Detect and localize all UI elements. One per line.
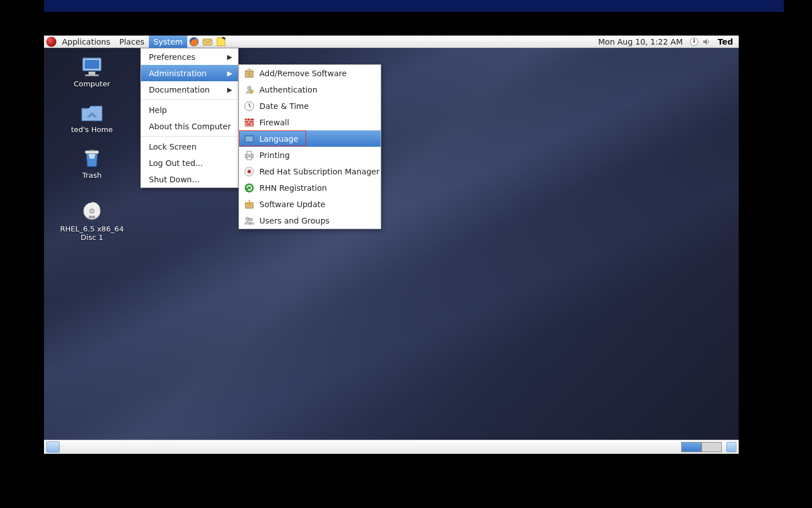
svg-rect-8 bbox=[89, 72, 95, 75]
menu-item-label: Software Update bbox=[259, 200, 325, 209]
svg-point-26 bbox=[245, 183, 254, 192]
menu-item-firewall[interactable]: Firewall bbox=[239, 114, 381, 130]
svg-rect-1 bbox=[203, 39, 212, 45]
firewall-icon bbox=[244, 117, 255, 128]
menu-item-rhn[interactable]: RHN Registration bbox=[239, 179, 381, 196]
desktop[interactable]: Applications Places System Mon Aug 10, 1… bbox=[44, 36, 739, 454]
menu-item-date-time[interactable]: Date & Time bbox=[239, 98, 381, 114]
menu-item-label: Shut Down... bbox=[149, 175, 200, 184]
menu-applications[interactable]: Applications bbox=[58, 36, 115, 48]
package-icon bbox=[244, 68, 255, 79]
menu-item-users-groups[interactable]: Users and Groups bbox=[239, 212, 381, 229]
icon-label: Computer bbox=[74, 80, 111, 88]
workspace-switcher[interactable] bbox=[681, 442, 722, 452]
computer-icon bbox=[80, 56, 104, 77]
menu-places[interactable]: Places bbox=[115, 36, 149, 48]
menu-item-label: Firewall bbox=[259, 118, 289, 127]
update-icon bbox=[244, 199, 255, 210]
submenu-arrow-icon: ▶ bbox=[216, 53, 232, 61]
cpu-monitor-icon[interactable] bbox=[690, 37, 699, 46]
icon-label: ted's Home bbox=[71, 125, 113, 134]
menu-item-label: Add/Remove Software bbox=[259, 69, 347, 78]
desktop-icon-computer[interactable]: Computer bbox=[55, 56, 129, 88]
trash-applet-icon[interactable] bbox=[726, 442, 736, 452]
menu-label: System bbox=[153, 37, 183, 46]
menu-item-about[interactable]: About this Computer bbox=[141, 118, 238, 134]
menu-item-printing[interactable]: Printing bbox=[239, 147, 381, 163]
menu-item-lock-screen[interactable]: Lock Screen bbox=[141, 138, 238, 155]
svg-rect-9 bbox=[85, 75, 99, 76]
printer-icon bbox=[244, 150, 255, 161]
users-icon bbox=[244, 215, 255, 226]
language-icon bbox=[244, 133, 255, 144]
menu-item-label: Log Out ted... bbox=[149, 159, 203, 168]
rhsm-icon bbox=[244, 166, 255, 177]
menu-item-label: Printing bbox=[259, 151, 290, 160]
svg-point-28 bbox=[246, 217, 249, 221]
show-desktop-button[interactable] bbox=[46, 441, 60, 453]
submenu-arrow-icon: ▶ bbox=[216, 69, 232, 77]
menu-item-authentication[interactable]: Authentication bbox=[239, 81, 381, 98]
menu-item-label: About this Computer bbox=[149, 122, 231, 131]
volume-icon[interactable] bbox=[702, 37, 711, 46]
menu-item-administration[interactable]: Administration ▶ bbox=[141, 65, 238, 81]
user-menu[interactable]: Ted bbox=[714, 37, 736, 46]
svg-point-12 bbox=[90, 209, 94, 213]
trash-icon bbox=[80, 147, 104, 169]
desktop-icon-home[interactable]: ted's Home bbox=[55, 102, 129, 134]
dvd-icon: DVD bbox=[80, 201, 104, 222]
mail-launcher-icon[interactable] bbox=[202, 36, 213, 47]
desktop-icon-trash[interactable]: Trash bbox=[55, 147, 129, 179]
menu-item-documentation[interactable]: Documentation ▶ bbox=[141, 81, 238, 98]
svg-point-25 bbox=[248, 170, 251, 173]
desktop-icon-dvd[interactable]: DVD RHEL_6.5 x86_64 Disc 1 bbox=[55, 201, 129, 242]
notes-launcher-icon[interactable] bbox=[215, 36, 227, 47]
menu-item-software-update[interactable]: Software Update bbox=[239, 196, 381, 212]
menu-separator bbox=[141, 99, 238, 100]
workspace-1[interactable] bbox=[681, 442, 701, 452]
svg-point-29 bbox=[250, 218, 253, 221]
workspace-2[interactable] bbox=[701, 442, 722, 452]
menu-item-add-remove-software[interactable]: Add/Remove Software bbox=[239, 65, 381, 81]
svg-text:DVD: DVD bbox=[89, 215, 95, 218]
menu-item-shutdown[interactable]: Shut Down... bbox=[141, 171, 238, 187]
menu-item-label: Users and Groups bbox=[259, 216, 329, 225]
menu-item-logout[interactable]: Log Out ted... bbox=[141, 155, 238, 171]
svg-point-15 bbox=[248, 86, 251, 90]
menu-label: Applications bbox=[62, 37, 111, 46]
svg-rect-20 bbox=[246, 137, 253, 141]
icon-label: Trash bbox=[82, 171, 102, 179]
submenu-arrow-icon: ▶ bbox=[216, 86, 232, 94]
clock-icon bbox=[244, 100, 255, 112]
administration-submenu: Add/Remove Software Authentication Date … bbox=[239, 64, 381, 229]
svg-rect-23 bbox=[247, 157, 251, 160]
menu-item-label: Preferences bbox=[149, 52, 195, 62]
svg-rect-22 bbox=[247, 151, 251, 155]
menu-item-label: RHN Registration bbox=[259, 183, 327, 192]
auth-icon bbox=[244, 84, 255, 95]
page-banner bbox=[44, 0, 784, 12]
menu-item-label: Help bbox=[149, 106, 167, 115]
svg-rect-10 bbox=[85, 151, 99, 154]
svg-point-16 bbox=[250, 90, 253, 93]
firefox-launcher-icon[interactable] bbox=[188, 36, 200, 47]
desktop-icons: Computer ted's Home Trash DVD RHEL_6.5 x… bbox=[55, 56, 129, 242]
menu-item-rhsm[interactable]: Red Hat Subscription Manager bbox=[239, 163, 381, 179]
menu-system[interactable]: System bbox=[149, 36, 187, 48]
svg-rect-7 bbox=[85, 60, 99, 69]
menu-item-label: Authentication bbox=[259, 85, 317, 94]
menu-label: Places bbox=[120, 37, 145, 46]
bottom-panel bbox=[44, 440, 739, 454]
system-menu-dropdown: Preferences ▶ Administration ▶ Documenta… bbox=[140, 48, 239, 188]
menu-item-label: Administration bbox=[149, 69, 206, 78]
menu-item-language[interactable]: Language bbox=[239, 130, 381, 147]
menu-item-preferences[interactable]: Preferences ▶ bbox=[141, 49, 238, 65]
rhn-icon bbox=[244, 182, 255, 194]
menu-item-label: Date & Time bbox=[259, 102, 309, 111]
svg-point-5 bbox=[693, 41, 695, 42]
menu-item-label: Language bbox=[259, 134, 298, 143]
menu-item-label: Red Hat Subscription Manager bbox=[259, 167, 379, 176]
clock[interactable]: Mon Aug 10, 1:22 AM bbox=[595, 37, 686, 46]
distro-logo-icon bbox=[46, 37, 56, 47]
menu-item-help[interactable]: Help bbox=[141, 102, 238, 118]
